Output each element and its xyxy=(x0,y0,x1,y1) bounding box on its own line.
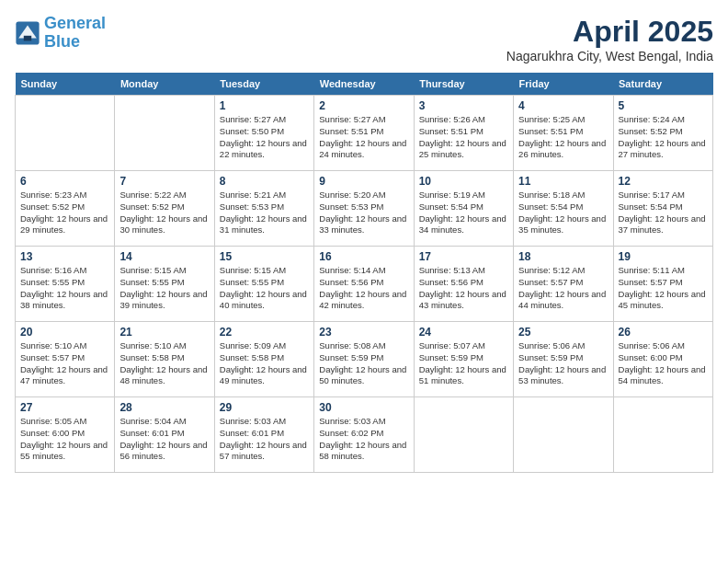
title-area: April 2025 Nagarukhra City, West Bengal,… xyxy=(506,15,713,63)
calendar-cell: 21Sunrise: 5:10 AMSunset: 5:58 PMDayligh… xyxy=(115,322,214,397)
logo-line1: General xyxy=(44,14,106,32)
calendar-cell xyxy=(115,96,214,171)
day-number: 28 xyxy=(119,401,209,414)
calendar-cell: 24Sunrise: 5:07 AMSunset: 5:59 PMDayligh… xyxy=(414,322,513,397)
calendar-cell: 3Sunrise: 5:26 AMSunset: 5:51 PMDaylight… xyxy=(414,96,513,171)
day-info: Sunrise: 5:27 AMSunset: 5:51 PMDaylight:… xyxy=(319,114,408,161)
day-number: 14 xyxy=(119,250,209,263)
day-info: Sunrise: 5:26 AMSunset: 5:51 PMDaylight:… xyxy=(419,114,508,161)
day-number: 8 xyxy=(220,175,309,188)
day-info: Sunrise: 5:08 AMSunset: 5:59 PMDaylight:… xyxy=(319,340,408,387)
day-number: 27 xyxy=(20,401,109,414)
week-row-5: 27Sunrise: 5:05 AMSunset: 6:00 PMDayligh… xyxy=(16,397,713,473)
calendar-cell: 18Sunrise: 5:12 AMSunset: 5:57 PMDayligh… xyxy=(514,247,613,322)
calendar-cell xyxy=(16,96,115,171)
day-info: Sunrise: 5:23 AMSunset: 5:52 PMDaylight:… xyxy=(20,190,109,236)
day-number: 25 xyxy=(518,326,608,339)
calendar-cell: 26Sunrise: 5:06 AMSunset: 6:00 PMDayligh… xyxy=(613,322,712,397)
calendar-cell: 8Sunrise: 5:21 AMSunset: 5:53 PMDaylight… xyxy=(214,171,313,247)
calendar-cell: 28Sunrise: 5:04 AMSunset: 6:01 PMDayligh… xyxy=(115,397,214,473)
calendar-cell: 7Sunrise: 5:22 AMSunset: 5:52 PMDaylight… xyxy=(115,171,214,247)
svg-rect-2 xyxy=(24,36,31,41)
calendar-cell: 1Sunrise: 5:27 AMSunset: 5:50 PMDaylight… xyxy=(214,96,313,171)
header: General Blue April 2025 Nagarukhra City,… xyxy=(15,15,713,63)
day-info: Sunrise: 5:03 AMSunset: 6:02 PMDaylight:… xyxy=(319,416,408,463)
location-title: Nagarukhra City, West Bengal, India xyxy=(506,49,713,63)
day-number: 21 xyxy=(119,326,209,339)
day-number: 13 xyxy=(20,250,109,263)
day-number: 23 xyxy=(319,326,408,339)
day-info: Sunrise: 5:09 AMSunset: 5:58 PMDaylight:… xyxy=(220,340,309,387)
day-info: Sunrise: 5:10 AMSunset: 5:58 PMDaylight:… xyxy=(119,340,209,387)
weekday-header-saturday: Saturday xyxy=(613,73,712,96)
weekday-header-monday: Monday xyxy=(115,73,214,96)
calendar-cell: 10Sunrise: 5:19 AMSunset: 5:54 PMDayligh… xyxy=(414,171,513,247)
day-info: Sunrise: 5:13 AMSunset: 5:56 PMDaylight:… xyxy=(419,265,508,312)
calendar-cell xyxy=(514,397,613,473)
calendar-cell: 25Sunrise: 5:06 AMSunset: 5:59 PMDayligh… xyxy=(514,322,613,397)
week-row-1: 1Sunrise: 5:27 AMSunset: 5:50 PMDaylight… xyxy=(16,96,713,171)
logo-text: General Blue xyxy=(44,15,106,52)
day-info: Sunrise: 5:22 AMSunset: 5:52 PMDaylight:… xyxy=(119,190,209,236)
calendar-cell: 6Sunrise: 5:23 AMSunset: 5:52 PMDaylight… xyxy=(16,171,115,247)
calendar-cell: 11Sunrise: 5:18 AMSunset: 5:54 PMDayligh… xyxy=(514,171,613,247)
week-row-2: 6Sunrise: 5:23 AMSunset: 5:52 PMDaylight… xyxy=(16,171,713,247)
day-info: Sunrise: 5:24 AMSunset: 5:52 PMDaylight:… xyxy=(619,114,708,161)
calendar-cell xyxy=(414,397,513,473)
day-info: Sunrise: 5:15 AMSunset: 5:55 PMDaylight:… xyxy=(119,265,209,312)
calendar-cell: 5Sunrise: 5:24 AMSunset: 5:52 PMDaylight… xyxy=(613,96,712,171)
calendar-cell: 27Sunrise: 5:05 AMSunset: 6:00 PMDayligh… xyxy=(16,397,115,473)
day-number: 3 xyxy=(419,99,508,112)
calendar-cell: 15Sunrise: 5:15 AMSunset: 5:55 PMDayligh… xyxy=(214,247,313,322)
day-info: Sunrise: 5:21 AMSunset: 5:53 PMDaylight:… xyxy=(220,190,309,236)
calendar-cell xyxy=(613,397,712,473)
day-number: 20 xyxy=(20,326,109,339)
calendar-cell: 30Sunrise: 5:03 AMSunset: 6:02 PMDayligh… xyxy=(314,397,414,473)
day-info: Sunrise: 5:10 AMSunset: 5:57 PMDaylight:… xyxy=(20,340,109,387)
week-row-3: 13Sunrise: 5:16 AMSunset: 5:55 PMDayligh… xyxy=(16,247,713,322)
day-number: 19 xyxy=(619,250,708,263)
calendar-cell: 23Sunrise: 5:08 AMSunset: 5:59 PMDayligh… xyxy=(314,322,414,397)
calendar-cell: 17Sunrise: 5:13 AMSunset: 5:56 PMDayligh… xyxy=(414,247,513,322)
day-number: 17 xyxy=(419,250,508,263)
weekday-header-tuesday: Tuesday xyxy=(214,73,313,96)
calendar-cell: 29Sunrise: 5:03 AMSunset: 6:01 PMDayligh… xyxy=(214,397,313,473)
day-number: 29 xyxy=(220,401,309,414)
logo: General Blue xyxy=(15,15,106,52)
calendar-cell: 22Sunrise: 5:09 AMSunset: 5:58 PMDayligh… xyxy=(214,322,313,397)
day-info: Sunrise: 5:20 AMSunset: 5:53 PMDaylight:… xyxy=(319,190,408,236)
calendar: SundayMondayTuesdayWednesdayThursdayFrid… xyxy=(15,73,713,473)
logo-line2: Blue xyxy=(44,32,80,51)
day-number: 7 xyxy=(119,175,209,188)
day-number: 16 xyxy=(319,250,408,263)
day-info: Sunrise: 5:11 AMSunset: 5:57 PMDaylight:… xyxy=(619,265,708,312)
day-info: Sunrise: 5:16 AMSunset: 5:55 PMDaylight:… xyxy=(20,265,109,312)
day-number: 2 xyxy=(319,99,408,112)
calendar-cell: 20Sunrise: 5:10 AMSunset: 5:57 PMDayligh… xyxy=(16,322,115,397)
day-number: 30 xyxy=(319,401,408,414)
calendar-cell: 13Sunrise: 5:16 AMSunset: 5:55 PMDayligh… xyxy=(16,247,115,322)
day-info: Sunrise: 5:06 AMSunset: 5:59 PMDaylight:… xyxy=(518,340,608,387)
weekday-header-row: SundayMondayTuesdayWednesdayThursdayFrid… xyxy=(16,73,713,96)
day-number: 10 xyxy=(419,175,508,188)
calendar-cell: 14Sunrise: 5:15 AMSunset: 5:55 PMDayligh… xyxy=(115,247,214,322)
day-number: 5 xyxy=(619,99,708,112)
day-number: 26 xyxy=(619,326,708,339)
day-info: Sunrise: 5:03 AMSunset: 6:01 PMDaylight:… xyxy=(220,416,309,463)
day-number: 6 xyxy=(20,175,109,188)
day-info: Sunrise: 5:19 AMSunset: 5:54 PMDaylight:… xyxy=(419,190,508,236)
day-info: Sunrise: 5:15 AMSunset: 5:55 PMDaylight:… xyxy=(220,265,309,312)
weekday-header-wednesday: Wednesday xyxy=(314,73,414,96)
calendar-cell: 19Sunrise: 5:11 AMSunset: 5:57 PMDayligh… xyxy=(613,247,712,322)
day-info: Sunrise: 5:12 AMSunset: 5:57 PMDaylight:… xyxy=(518,265,608,312)
month-title: April 2025 xyxy=(506,15,713,49)
day-info: Sunrise: 5:05 AMSunset: 6:00 PMDaylight:… xyxy=(20,416,109,463)
day-number: 24 xyxy=(419,326,508,339)
day-number: 4 xyxy=(518,99,608,112)
weekday-header-sunday: Sunday xyxy=(16,73,115,96)
day-number: 11 xyxy=(518,175,608,188)
weekday-header-friday: Friday xyxy=(514,73,613,96)
calendar-cell: 4Sunrise: 5:25 AMSunset: 5:51 PMDaylight… xyxy=(514,96,613,171)
day-info: Sunrise: 5:25 AMSunset: 5:51 PMDaylight:… xyxy=(518,114,608,161)
day-info: Sunrise: 5:27 AMSunset: 5:50 PMDaylight:… xyxy=(220,114,309,161)
